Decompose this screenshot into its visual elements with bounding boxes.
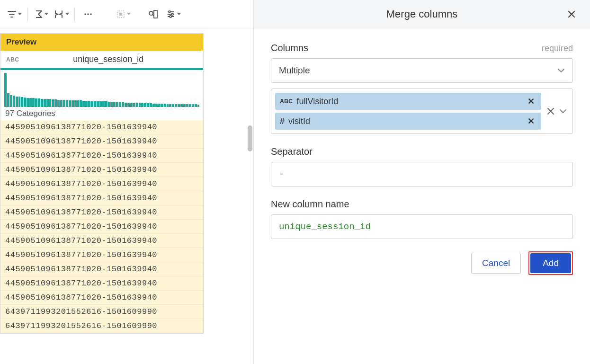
histogram-bar — [102, 101, 105, 107]
table-row[interactable]: 4459051096138771020-1501639940 — [0, 177, 203, 191]
histogram-bar — [85, 101, 88, 107]
column-chip[interactable]: ABCfullVisitorId✕ — [275, 93, 541, 110]
svg-rect-4 — [119, 13, 122, 16]
histogram-bar — [113, 102, 116, 107]
table-row[interactable]: 6439711993201552616-1501609990 — [0, 319, 203, 333]
histogram-bar — [88, 101, 90, 107]
aggregate-button[interactable] — [32, 5, 51, 24]
histogram-bar — [158, 104, 161, 107]
table-row[interactable]: 4459051096138771020-1501639940 — [0, 163, 203, 177]
histogram-bar — [108, 102, 110, 107]
histogram-bar — [63, 100, 65, 107]
histogram-bar — [54, 99, 57, 107]
histogram-bar — [127, 103, 130, 107]
histogram-bar — [152, 104, 155, 107]
separator-field-label: Separator — [271, 146, 573, 157]
dropdown-caret-icon — [65, 13, 69, 15]
histogram-bar — [133, 103, 135, 107]
table-row[interactable]: 6439711993201552616-1501609990 — [0, 305, 203, 319]
histogram-bar — [144, 103, 146, 107]
newcol-field-label: New column name — [271, 199, 573, 210]
histogram-bar — [141, 103, 143, 107]
dialog-actions: Cancel Add — [271, 251, 573, 275]
chip-remove-button[interactable]: ✕ — [526, 116, 536, 126]
histogram-bar — [147, 103, 149, 107]
chevron-down-icon[interactable] — [559, 109, 567, 114]
histogram-bar — [82, 101, 85, 107]
histogram-bar — [35, 98, 37, 107]
svg-point-1 — [87, 13, 89, 15]
column-header[interactable]: ABC unique_session_id — [0, 51, 203, 70]
svg-point-7 — [169, 11, 170, 13]
histogram-bar — [94, 101, 96, 107]
merge-columns-button[interactable] — [52, 5, 71, 24]
histogram-bar — [10, 95, 12, 107]
separator-input[interactable] — [271, 162, 573, 186]
histogram-bar — [80, 100, 82, 107]
text-type-icon: ABC — [6, 56, 19, 63]
merge-columns-panel: Merge columns Columns required Multiple … — [254, 0, 590, 364]
table-row[interactable]: 4459051096138771020-1501639940 — [0, 234, 203, 248]
histogram-bar — [122, 102, 124, 107]
histogram-bar — [150, 103, 152, 107]
histogram-bar — [105, 101, 107, 107]
svg-point-8 — [171, 13, 173, 15]
histogram-bar — [189, 104, 191, 107]
table-row[interactable]: 4459051096138771020-1501639940 — [0, 291, 203, 305]
histogram-bar — [136, 103, 138, 107]
columns-field-label: Columns — [271, 43, 308, 53]
histogram-bar — [195, 104, 197, 107]
histogram-bar — [41, 99, 43, 107]
histogram-bar — [77, 100, 80, 107]
selected-columns-box[interactable]: ABCfullVisitorId✕#visitId✕ — [271, 89, 573, 134]
histogram-bar — [46, 99, 49, 107]
histogram-bar — [161, 104, 163, 107]
table-row[interactable]: 4459051096138771020-1501639940 — [0, 248, 203, 262]
settings-sliders-button[interactable] — [164, 5, 183, 24]
histogram-bar — [197, 105, 200, 107]
histogram-chart — [0, 70, 203, 108]
close-button[interactable] — [564, 7, 579, 21]
table-row[interactable]: 4459051096138771020-1501639940 — [0, 191, 203, 205]
svg-point-0 — [84, 13, 86, 15]
columns-mode-select[interactable]: Multiple — [271, 58, 573, 83]
preview-rows: 4459051096138771020-15016399404459051096… — [0, 120, 203, 333]
histogram-bar — [38, 98, 40, 107]
cancel-button[interactable]: Cancel — [471, 253, 521, 274]
histogram-bar — [97, 101, 99, 107]
preview-header: Preview — [0, 34, 203, 51]
histogram-bar — [24, 98, 26, 107]
table-row[interactable]: 4459051096138771020-1501639940 — [0, 149, 203, 163]
clear-all-button[interactable] — [545, 107, 556, 115]
table-row[interactable]: 4459051096138771020-1501639940 — [0, 262, 203, 276]
find-column-button[interactable] — [144, 5, 163, 24]
table-row[interactable]: 4459051096138771020-1501639940 — [0, 276, 203, 291]
table-row[interactable]: 4459051096138771020-1501639940 — [0, 220, 203, 234]
histogram-bar — [116, 102, 118, 107]
new-column-name-input[interactable] — [271, 214, 573, 239]
add-button[interactable]: Add — [530, 253, 571, 273]
histogram-bar — [29, 98, 32, 107]
histogram-bar — [21, 97, 23, 107]
panel-body: Columns required Multiple ABCfullVisitor… — [254, 28, 590, 364]
panel-title: Merge columns — [386, 8, 457, 20]
toolbar — [0, 0, 253, 28]
scrollbar-thumb[interactable] — [248, 125, 252, 151]
svg-point-9 — [170, 16, 171, 18]
histogram-bar — [192, 104, 194, 107]
table-row[interactable]: 4459051096138771020-1501639940 — [0, 120, 203, 134]
histogram-bar — [175, 104, 177, 107]
table-row[interactable]: 4459051096138771020-1501639940 — [0, 134, 203, 149]
column-chip[interactable]: #visitId✕ — [275, 113, 541, 130]
histogram-bar — [91, 101, 93, 107]
histogram-bar — [74, 100, 77, 107]
histogram-bar — [7, 93, 9, 107]
chip-remove-button[interactable]: ✕ — [526, 96, 536, 107]
select-region-button[interactable] — [114, 5, 133, 24]
more-actions-button[interactable] — [79, 5, 98, 24]
histogram-bar — [99, 101, 102, 107]
filter-button[interactable] — [5, 5, 24, 24]
table-row[interactable]: 4459051096138771020-1501639940 — [0, 205, 203, 220]
column-name: unique_session_id — [19, 54, 198, 64]
histogram-bar — [13, 96, 15, 107]
